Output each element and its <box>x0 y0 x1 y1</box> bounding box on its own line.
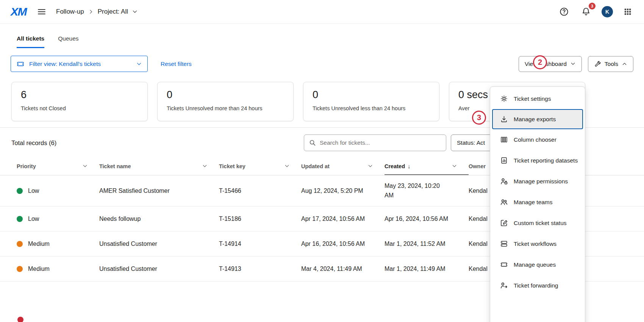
avatar[interactable]: K <box>602 6 613 17</box>
menu-item-manage-teams[interactable]: Manage teams <box>490 192 585 213</box>
reset-filters-link[interactable]: Reset filters <box>161 61 192 67</box>
ticket-name: Unsatisfied Customer <box>99 266 219 272</box>
total-records-label: Total records (6) <box>11 139 56 147</box>
column-header-ticket-key[interactable]: Ticket key <box>219 157 301 175</box>
tools-dropdown-menu: Ticket settings Manage exports Column ch… <box>490 86 585 322</box>
breadcrumb-project[interactable]: Project: All <box>98 8 128 16</box>
view-dashboard-button[interactable]: View dashboard <box>519 56 582 72</box>
status-filter-label: Status: Act <box>457 139 485 146</box>
stat-label: Tickets Unresolved less than 24 hours <box>313 105 430 111</box>
column-header-priority[interactable]: Priority <box>17 157 99 175</box>
chevron-down-icon[interactable] <box>132 9 138 15</box>
columns-icon <box>500 136 508 144</box>
chevron-down-icon <box>136 61 142 67</box>
notifications-button[interactable]: 3 <box>580 5 592 18</box>
tools-button[interactable]: Tools <box>588 56 633 72</box>
annotation-step-2: 2 <box>533 55 547 69</box>
priority-dot <box>17 317 23 322</box>
priority-dot <box>17 266 23 272</box>
annotation-step-3: 3 <box>472 111 486 125</box>
priority-label: Low <box>28 188 39 194</box>
ticket-icon <box>500 261 508 269</box>
app-switcher-button[interactable] <box>622 6 633 17</box>
help-icon <box>559 7 569 17</box>
column-header-created[interactable]: Created ↓ <box>385 157 469 175</box>
chevron-down-icon <box>570 61 576 67</box>
chevron-down-icon[interactable] <box>367 163 373 169</box>
updated-at: Mar 4, 2024, 11:49 AM <box>301 266 385 272</box>
created-at: Mar 1, 2024, 11:52 AM <box>385 241 469 247</box>
chevron-down-icon[interactable] <box>202 163 208 169</box>
priority-label: Low <box>28 216 39 222</box>
ticket-name: Needs followup <box>99 216 219 222</box>
menu-item-manage-permissions[interactable]: Manage permissions <box>490 171 585 192</box>
ticket-key: T-14914 <box>219 241 301 247</box>
menu-item-manage-queues[interactable]: Manage queues <box>490 254 585 275</box>
tab-bar: All tickets Queues <box>0 35 644 48</box>
menu-item-ticket-reporting-datasets[interactable]: Ticket reporting datasets <box>490 150 585 171</box>
xm-logo[interactable]: XM <box>11 5 27 18</box>
updated-at: Apr 16, 2024, 10:56 AM <box>301 241 385 247</box>
stat-value: 6 <box>21 89 138 101</box>
priority-dot <box>17 188 23 194</box>
search-icon <box>309 139 316 147</box>
ticket-name: AMER Satisfied Customer <box>99 188 219 194</box>
ticket-key: T-15186 <box>219 216 301 222</box>
priority-dot <box>17 216 23 222</box>
menu-item-ticket-settings[interactable]: Ticket settings <box>490 88 585 109</box>
tools-label: Tools <box>605 61 618 67</box>
sort-descending-icon: ↓ <box>408 163 411 169</box>
ticket-icon <box>16 60 25 68</box>
apps-grid-icon <box>624 8 632 16</box>
download-icon <box>500 115 508 123</box>
ticket-search <box>304 134 446 151</box>
notification-count-badge: 3 <box>589 3 596 9</box>
stat-card-unresolved-more-24h: 0 Tickets Unresolved more than 24 hours <box>157 82 294 121</box>
breadcrumb: Follow-up Project: All <box>56 8 138 16</box>
hamburger-icon <box>37 7 46 16</box>
chevron-right-icon <box>88 9 94 15</box>
updated-at: Apr 17, 2024, 10:56 AM <box>301 216 385 222</box>
breadcrumb-section[interactable]: Follow-up <box>56 8 84 16</box>
chevron-down-icon[interactable] <box>82 163 88 169</box>
menu-item-column-chooser[interactable]: Column chooser <box>490 129 585 150</box>
chevron-down-icon[interactable] <box>284 163 290 169</box>
ticket-key: T-14913 <box>219 266 301 272</box>
chevron-down-icon[interactable] <box>452 163 457 169</box>
created-at: Mar 1, 2024, 11:49 AM <box>385 266 469 272</box>
created-at: Apr 16, 2024, 10:56 AM <box>385 216 469 222</box>
edit-icon <box>500 219 508 227</box>
menu-item-ticket-forwarding[interactable]: Ticket forwarding <box>490 275 585 296</box>
report-doc-icon <box>500 156 508 164</box>
created-at: May 23, 2024, 10:20 AM <box>385 181 444 200</box>
filter-bar: Filter view: Kendall's tickets Reset fil… <box>0 56 644 72</box>
ticketing-page: XM Follow-up Project: All 3 K <box>0 0 644 322</box>
stack-icon <box>500 240 508 248</box>
priority-label: Medium <box>28 266 50 272</box>
hamburger-menu-button[interactable] <box>36 6 48 18</box>
stat-card-tickets-not-closed: 6 Tickets not Closed <box>11 82 148 121</box>
people-icon <box>500 198 508 206</box>
priority-dot <box>17 241 23 247</box>
stat-value: 0 <box>313 89 430 101</box>
tab-queues[interactable]: Queues <box>58 35 78 48</box>
tab-all-tickets[interactable]: All tickets <box>17 35 44 48</box>
chevron-up-icon <box>622 61 627 67</box>
stat-label: Tickets not Closed <box>21 105 138 111</box>
top-bar: XM Follow-up Project: All 3 K <box>0 0 644 24</box>
updated-at: Aug 12, 2024, 5:20 PM <box>301 188 385 194</box>
menu-item-manage-exports[interactable]: Manage exports <box>492 109 583 129</box>
priority-label: Medium <box>28 241 50 247</box>
person-lock-icon <box>500 177 508 185</box>
filter-view-button[interactable]: Filter view: Kendall's tickets <box>11 56 148 72</box>
help-button[interactable] <box>558 5 571 18</box>
search-input[interactable] <box>320 139 441 146</box>
menu-item-ticket-workflows[interactable]: Ticket workflows <box>490 233 585 254</box>
menu-item-custom-ticket-status[interactable]: Custom ticket status <box>490 213 585 233</box>
filter-view-label: Filter view: Kendall's tickets <box>29 61 101 67</box>
stat-card-unresolved-less-24h: 0 Tickets Unresolved less than 24 hours <box>303 82 439 121</box>
top-bar-actions: 3 K <box>558 5 633 18</box>
stat-label: Tickets Unresolved more than 24 hours <box>167 105 284 111</box>
column-header-ticket-name[interactable]: Ticket name <box>99 157 219 175</box>
column-header-updated-at[interactable]: Updated at <box>301 157 385 175</box>
